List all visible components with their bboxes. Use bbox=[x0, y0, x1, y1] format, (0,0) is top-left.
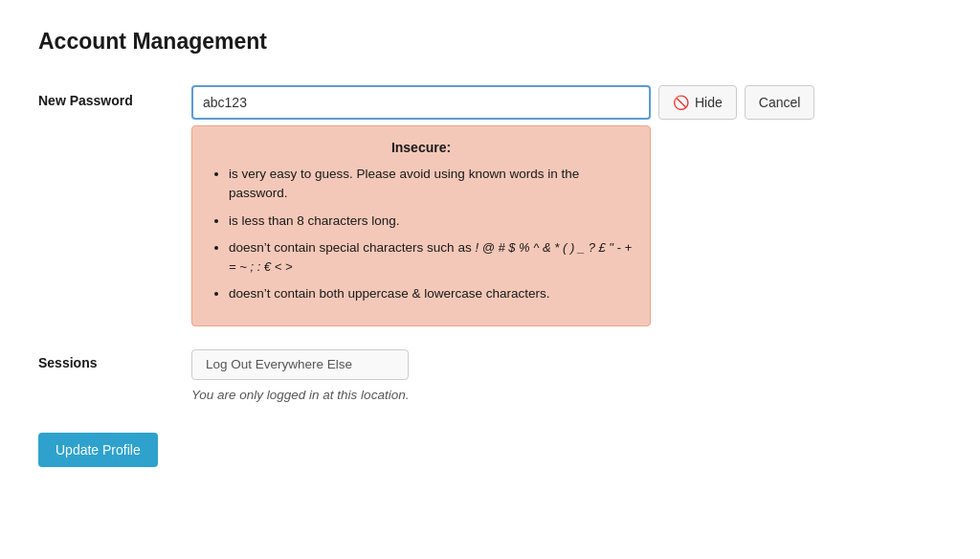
insecure-title: Insecure: bbox=[210, 140, 633, 155]
update-profile-button[interactable]: Update Profile bbox=[38, 433, 158, 467]
hide-button[interactable]: 🚫 Hide bbox=[658, 85, 737, 120]
eye-slash-icon: 🚫 bbox=[673, 95, 689, 110]
new-password-control-wrapper: 🚫 Hide Cancel Insecure: is very easy to … bbox=[191, 85, 823, 326]
sessions-row: Sessions Log Out Everywhere Else You are… bbox=[38, 349, 823, 402]
hide-label: Hide bbox=[695, 95, 723, 110]
insecure-item-1: is very easy to guess. Please avoid usin… bbox=[229, 165, 633, 204]
insecure-list: is very easy to guess. Please avoid usin… bbox=[210, 165, 633, 304]
insecure-item-2: is less than 8 characters long. bbox=[229, 212, 633, 231]
update-profile-row: Update Profile bbox=[38, 433, 823, 467]
insecure-item-4: doesn’t contain both uppercase & lowerca… bbox=[229, 284, 633, 303]
logout-everywhere-button[interactable]: Log Out Everywhere Else bbox=[191, 349, 409, 380]
cancel-button[interactable]: Cancel bbox=[745, 85, 815, 120]
sessions-label: Sessions bbox=[38, 349, 191, 370]
insecure-item-3: doesn’t contain special characters such … bbox=[229, 238, 633, 278]
page-title: Account Management bbox=[38, 29, 823, 55]
sessions-control: Log Out Everywhere Else You are only log… bbox=[191, 349, 409, 402]
page-container: Account Management New Password 🚫 Hide C… bbox=[0, 0, 861, 496]
password-input-row: 🚫 Hide Cancel bbox=[191, 85, 823, 120]
new-password-input[interactable] bbox=[191, 85, 651, 120]
sessions-info: You are only logged in at this location. bbox=[191, 388, 409, 402]
insecure-box: Insecure: is very easy to guess. Please … bbox=[191, 125, 651, 326]
new-password-label: New Password bbox=[38, 85, 191, 108]
new-password-row: New Password 🚫 Hide Cancel Insecure: is … bbox=[38, 85, 823, 326]
